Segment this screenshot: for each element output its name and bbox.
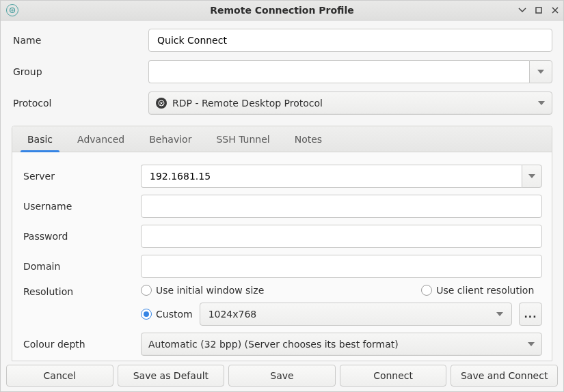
minimize-icon[interactable] bbox=[517, 5, 528, 16]
username-field[interactable] bbox=[141, 195, 542, 218]
server-input[interactable] bbox=[148, 165, 515, 187]
server-combo bbox=[141, 165, 542, 188]
group-combo bbox=[148, 60, 552, 83]
radio-icon bbox=[141, 309, 152, 320]
maximize-icon[interactable] bbox=[533, 5, 544, 16]
chevron-down-icon bbox=[496, 312, 503, 316]
radio-label: Custom bbox=[156, 309, 193, 320]
radio-initial-window-size[interactable]: Use initial window size bbox=[141, 285, 264, 296]
password-input[interactable] bbox=[148, 225, 535, 247]
domain-field[interactable] bbox=[141, 255, 542, 278]
colour-depth-label: Colour depth bbox=[22, 339, 141, 350]
radio-label: Use initial window size bbox=[156, 285, 264, 296]
tab-behavior[interactable]: Behavior bbox=[137, 126, 204, 152]
tab-notes[interactable]: Notes bbox=[282, 126, 334, 152]
domain-row: Domain bbox=[22, 255, 542, 278]
radio-label: Use client resolution bbox=[436, 285, 534, 296]
colour-depth-value: Automatic (32 bpp) (Server chooses its b… bbox=[148, 339, 528, 350]
chevron-down-icon bbox=[537, 70, 544, 74]
protocol-label: Protocol bbox=[12, 98, 148, 109]
svg-rect-1 bbox=[536, 8, 541, 13]
chevron-down-icon bbox=[538, 101, 545, 105]
radio-icon bbox=[141, 285, 152, 296]
tab-basic[interactable]: Basic bbox=[15, 126, 65, 152]
group-dropdown-button[interactable] bbox=[529, 60, 552, 83]
domain-input[interactable] bbox=[148, 255, 535, 277]
tabs-container: Basic Advanced Behavior SSH Tunnel Notes… bbox=[12, 126, 552, 361]
protocol-select[interactable]: RDP - Remote Desktop Protocol bbox=[148, 92, 552, 115]
name-input[interactable] bbox=[156, 29, 545, 51]
tab-basic-body: Server Username Passwor bbox=[12, 152, 552, 361]
colour-depth-select[interactable]: Automatic (32 bpp) (Server chooses its b… bbox=[141, 333, 542, 356]
tab-ssh-tunnel[interactable]: SSH Tunnel bbox=[204, 126, 282, 152]
header-form: Name Group Protocol RDP - R bbox=[1, 20, 563, 126]
radio-custom-resolution[interactable]: Custom bbox=[141, 309, 193, 320]
radio-client-resolution[interactable]: Use client resolution bbox=[421, 285, 534, 296]
chevron-down-icon bbox=[528, 342, 535, 346]
protocol-value: RDP - Remote Desktop Protocol bbox=[172, 98, 538, 109]
tab-advanced[interactable]: Advanced bbox=[65, 126, 137, 152]
save-and-connect-button[interactable]: Save and Connect bbox=[451, 365, 558, 387]
password-field[interactable] bbox=[141, 225, 542, 248]
username-row: Username bbox=[22, 195, 542, 218]
name-field[interactable] bbox=[148, 29, 552, 52]
close-icon[interactable] bbox=[550, 5, 561, 16]
server-label: Server bbox=[22, 171, 141, 182]
group-label: Group bbox=[12, 66, 148, 77]
domain-label: Domain bbox=[22, 261, 141, 272]
dialog-buttonbar: Cancel Save as Default Save Connect Save… bbox=[1, 361, 563, 391]
save-as-default-button[interactable]: Save as Default bbox=[118, 365, 225, 387]
resolution-row: Resolution Use initial window size Use c… bbox=[22, 285, 542, 326]
rdp-protocol-icon bbox=[156, 98, 167, 109]
tabbar: Basic Advanced Behavior SSH Tunnel Notes bbox=[12, 126, 552, 152]
server-row: Server bbox=[22, 165, 542, 188]
group-input-wrap[interactable] bbox=[148, 60, 529, 83]
radio-icon bbox=[421, 285, 432, 296]
group-row: Group bbox=[12, 60, 552, 83]
group-input[interactable] bbox=[156, 61, 522, 83]
server-input-wrap[interactable] bbox=[141, 165, 522, 188]
server-dropdown-button[interactable] bbox=[522, 165, 542, 188]
name-label: Name bbox=[12, 35, 148, 46]
protocol-row: Protocol RDP - Remote Desktop Protocol bbox=[12, 92, 552, 115]
titlebar: Remote Connection Profile bbox=[1, 1, 563, 20]
colour-depth-row: Colour depth Automatic (32 bpp) (Server … bbox=[22, 333, 542, 356]
password-label: Password bbox=[22, 231, 141, 242]
window-title: Remote Connection Profile bbox=[1, 5, 563, 16]
connect-button[interactable]: Connect bbox=[340, 365, 447, 387]
chevron-down-icon bbox=[528, 174, 535, 178]
username-label: Username bbox=[22, 201, 141, 212]
window: Remote Connection Profile Name Group bbox=[0, 0, 564, 392]
cancel-button[interactable]: Cancel bbox=[6, 365, 113, 387]
resolution-label: Resolution bbox=[22, 285, 141, 297]
resolution-select[interactable]: 1024x768 bbox=[200, 303, 512, 326]
username-input[interactable] bbox=[148, 195, 535, 217]
resolution-value: 1024x768 bbox=[209, 309, 496, 320]
remmina-icon bbox=[6, 4, 18, 16]
password-row: Password bbox=[22, 225, 542, 248]
save-button[interactable]: Save bbox=[228, 365, 336, 387]
name-row: Name bbox=[12, 29, 552, 52]
resolution-more-button[interactable]: ... bbox=[519, 303, 542, 326]
